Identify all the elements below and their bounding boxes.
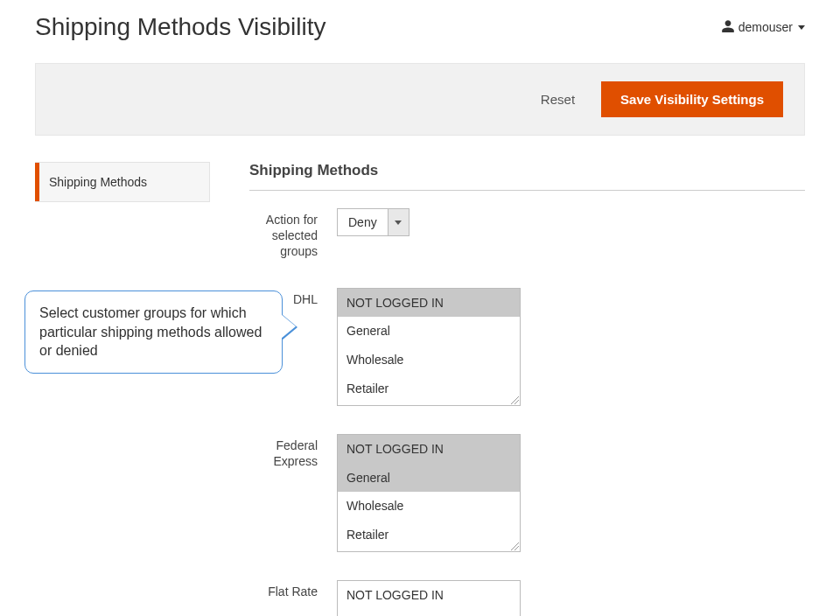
list-item[interactable]: NOT LOGGED IN	[338, 581, 520, 610]
chevron-down-icon	[388, 209, 409, 235]
caret-down-icon	[798, 25, 805, 30]
action-for-selected-groups-label: Action for selected groups	[249, 208, 337, 260]
resize-grip-icon[interactable]	[510, 542, 519, 550]
list-item[interactable]: General	[338, 317, 520, 346]
list-item[interactable]: Wholesale	[338, 346, 520, 374]
dhl-groups-select[interactable]: NOT LOGGED INGeneralWholesaleRetailer	[337, 288, 521, 406]
user-icon	[722, 20, 734, 35]
list-item[interactable]: NOT LOGGED IN	[338, 435, 520, 464]
reset-button[interactable]: Reset	[541, 92, 575, 107]
list-item[interactable]: General	[338, 464, 520, 493]
section-title: Shipping Methods	[249, 162, 805, 191]
list-item[interactable]: Retailer	[338, 521, 520, 550]
action-bar: Reset Save Visibility Settings	[35, 63, 805, 136]
flat-rate-label: Flat Rate	[249, 580, 337, 599]
user-name: demouser	[738, 20, 793, 34]
list-item[interactable]: Retailer	[338, 374, 520, 403]
resize-grip-icon[interactable]	[510, 396, 519, 404]
list-item[interactable]: General	[338, 610, 520, 616]
flatrate-groups-select[interactable]: NOT LOGGED INGeneralWholesaleRetailer	[337, 580, 521, 616]
user-menu[interactable]: demouser	[722, 20, 805, 35]
list-item[interactable]: NOT LOGGED IN	[338, 289, 520, 318]
list-item[interactable]: Wholesale	[338, 492, 520, 521]
action-select-value: Deny	[338, 209, 388, 235]
callout-tooltip: Select customer groups for which particu…	[24, 290, 283, 374]
fedex-groups-select[interactable]: NOT LOGGED INGeneralWholesaleRetailer	[337, 434, 521, 552]
save-visibility-settings-button[interactable]: Save Visibility Settings	[601, 81, 783, 117]
tab-shipping-methods[interactable]: Shipping Methods	[35, 162, 210, 202]
page-title: Shipping Methods Visibility	[35, 13, 326, 41]
action-select[interactable]: Deny	[337, 208, 410, 236]
federal-express-label: Federal Express	[249, 434, 337, 469]
